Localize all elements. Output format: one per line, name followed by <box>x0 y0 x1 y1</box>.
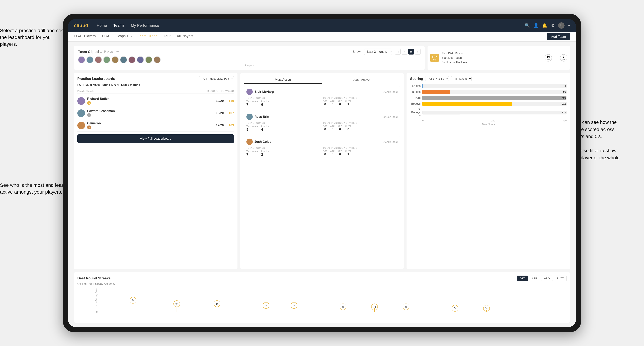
practice-activity-stats: OTT 0 APP 0 ARG 0 <box>323 150 398 156</box>
activity-tabs: Most Active Least Active <box>244 76 400 84</box>
player-avatar <box>86 56 94 63</box>
tab-least-active[interactable]: Least Active <box>322 76 400 84</box>
streak-tab-putt[interactable]: PUTT <box>554 276 567 281</box>
svg-text:6x: 6x <box>176 302 178 305</box>
bar-track-eagles: 3 <box>422 84 567 88</box>
bar-label-eagles: Eagles <box>410 84 420 88</box>
player-filter-select[interactable]: All Players <box>451 76 472 81</box>
svg-text:6x: 6x <box>216 302 218 305</box>
tournament-stat: Tournament 7 <box>246 100 258 107</box>
nav-icons: 🔍 👤 🔔 ⚙ U ▾ <box>525 22 570 29</box>
show-label: Show: <box>352 50 362 54</box>
total-rounds-row: Tournament 7 Practice 6 <box>246 100 321 107</box>
chevron-down-icon[interactable]: ▾ <box>568 23 570 28</box>
bar-value-bogeys: 311 <box>562 102 566 105</box>
pc-name: Rees Britt <box>254 115 381 119</box>
list-view-icon[interactable]: ≡ <box>402 49 407 54</box>
streaks-title: Best Round Streaks <box>77 276 110 280</box>
nav-my-performance[interactable]: My Performance <box>131 23 159 28</box>
grid-view-icon[interactable]: ⊞ <box>395 49 400 54</box>
timeline-chart: 0 . . 7x 6x <box>77 288 567 319</box>
streaks-panel: Best Round Streaks OTT APP ARG PUTT Off … <box>74 272 570 323</box>
subnav-pgat[interactable]: PGAT Players <box>74 34 96 39</box>
lb-avg: 110 <box>229 99 234 103</box>
streaks-subtitle: Off The Tee, Fairway Accuracy <box>77 282 567 286</box>
tournament-stat: Tournament 8 <box>246 125 258 132</box>
player-avatar <box>78 56 85 63</box>
shot-detail-panel: 198 SC Shot Dist: 16 yds Start Lie: Roug… <box>428 46 570 70</box>
bar-label-bogeys: Bogeys <box>410 102 420 105</box>
svg-text:4x: 4x <box>373 306 376 308</box>
practice-stat: Practice 2 <box>261 150 269 157</box>
nav-home[interactable]: Home <box>96 23 107 28</box>
tab-most-active[interactable]: Most Active <box>244 76 322 84</box>
practice-leaderboard-title: Practice Leaderboards <box>77 77 115 81</box>
pc-date: 26 Aug 2023 <box>383 90 398 93</box>
subnav: PGAT Players PGA Hcaps 1-5 Team Clippd T… <box>68 32 576 42</box>
par-filter-select[interactable]: Par 3, 4 & 5s <box>425 76 449 81</box>
practice-activities-label: Total Practice Activities <box>323 97 398 99</box>
pc-stats: Total Rounds Tournament 7 Practice 2 <box>246 147 398 157</box>
scoring-title: Scoring <box>410 77 423 81</box>
player-avatar <box>95 56 102 63</box>
tournament-value: 7 <box>246 153 258 157</box>
streak-tab-app[interactable]: APP <box>529 276 540 281</box>
bar-track-bogeys: 311 <box>422 102 567 106</box>
pc-avatar <box>246 114 253 120</box>
card-view-icon[interactable]: ▦ <box>408 49 414 54</box>
settings-icon[interactable]: ⚙ <box>551 23 555 28</box>
filter-icon[interactable]: ↕ <box>415 49 420 54</box>
svg-text:7x: 7x <box>132 299 134 302</box>
bell-icon[interactable]: 🔔 <box>542 23 548 28</box>
putt-stat: PUTT 1 <box>345 150 351 156</box>
subnav-pga[interactable]: PGA <box>102 34 110 39</box>
svg-text:4x: 4x <box>342 306 344 308</box>
total-rounds-row: Tournament 8 Practice 4 <box>246 125 321 132</box>
view-full-leaderboard-button[interactable]: View Full Leaderboard <box>77 134 234 143</box>
svg-text:5x: 5x <box>265 304 268 307</box>
player-avatar <box>154 56 161 63</box>
player-avatar <box>120 56 127 63</box>
player-card: Josh Coles 26 Aug 2023 Total Rounds Tour… <box>244 136 400 159</box>
tournament-value: 8 <box>246 128 258 132</box>
practice-activities-group: Total Practice Activities OTT 0 APP 0 <box>323 147 398 157</box>
pc-date: 26 Aug 2023 <box>383 140 398 143</box>
streak-tab-arg[interactable]: ARG <box>541 276 553 281</box>
activity-panel: Most Active Least Active Blair McHarg 26… <box>240 73 404 269</box>
practice-activity-stats: OTT 0 APP 0 ARG 0 <box>323 100 398 106</box>
total-rounds-group: Total Rounds Tournament 8 Practice 4 <box>246 122 321 132</box>
lb-avg: 103 <box>229 124 234 127</box>
pc-name: Josh Coles <box>254 140 381 144</box>
bar-value-eagles: 3 <box>564 85 566 87</box>
player-avatar <box>145 56 152 63</box>
search-icon[interactable]: 🔍 <box>525 23 530 28</box>
player-card-header: Blair McHarg 26 Aug 2023 <box>246 89 398 95</box>
annotation-active: See who is the most and least active amo… <box>0 182 66 195</box>
player-avatar <box>112 56 119 63</box>
edit-icon[interactable]: ✏ <box>116 50 119 54</box>
lb-row: Edward Crossman 2 18/20 107 <box>77 107 234 119</box>
subnav-team-clippd[interactable]: Team Clippd <box>138 34 157 39</box>
app-stat: APP 0 <box>330 125 335 131</box>
nav-teams[interactable]: Teams <box>113 23 124 28</box>
show-select[interactable]: Last 3 months Last 6 months Last year <box>364 49 392 55</box>
streak-tab-ott[interactable]: OTT <box>516 276 528 281</box>
team-right: Show: Last 3 months Last 6 months Last y… <box>352 49 420 55</box>
add-team-button[interactable]: Add Team <box>547 33 570 40</box>
lb-player-info: Cameron... 3 <box>87 121 214 129</box>
streaks-tabs: OTT APP ARG PUTT <box>516 276 567 281</box>
subnav-tour[interactable]: Tour <box>164 34 170 39</box>
drill-select[interactable]: PUTT Must Make Putting... <box>199 76 234 81</box>
players-label: Players <box>78 64 420 67</box>
ott-stat: OTT 0 <box>323 100 328 106</box>
ott-stat: OTT 0 <box>323 150 328 156</box>
practice-stat: Practice 4 <box>261 125 269 132</box>
bar-row-bogeys: Bogeys 311 <box>410 102 567 106</box>
subnav-hcaps[interactable]: Hcaps 1-5 <box>116 34 132 39</box>
pc-name: Blair McHarg <box>254 90 381 94</box>
avatar[interactable]: U <box>558 22 564 29</box>
people-icon[interactable]: 👤 <box>534 23 539 28</box>
svg-text:0: 0 <box>96 311 98 313</box>
timeline-svg: 0 . . 7x 6x <box>77 288 567 319</box>
subnav-all-players[interactable]: All Players <box>177 34 193 39</box>
